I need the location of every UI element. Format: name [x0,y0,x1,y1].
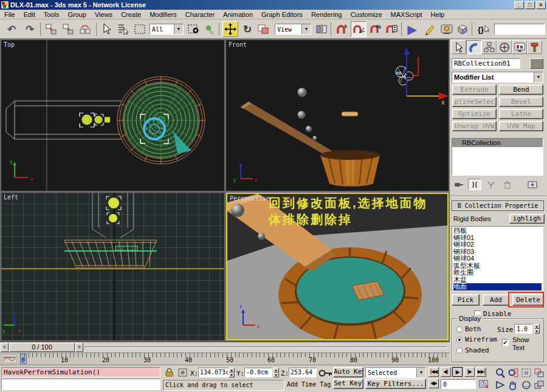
percent-snap-button[interactable]: % [368,21,384,37]
track-bar[interactable]: 0 10 20 30 40 50 60 70 80 90 100 [0,352,450,365]
viewport-front[interactable]: Front [226,40,449,191]
restore-button[interactable]: □ [525,1,535,9]
steel-ball-large[interactable] [231,204,244,217]
rbcollection-helper-gizmo[interactable]: RB [396,66,413,85]
splineselect-button[interactable]: plineSelec [452,97,497,107]
bind-spacewarp-icon[interactable] [77,21,93,37]
field-of-view-icon[interactable] [494,379,507,391]
render-scene-icon[interactable] [439,21,455,37]
time-forward-arrow[interactable]: > [75,343,83,352]
list-item[interactable]: 挡板 [453,227,542,235]
z-coord-field[interactable]: 253.64 [289,368,317,377]
barrel-wireframe-left[interactable] [64,240,157,268]
tab-motion[interactable] [497,40,512,54]
auto-key-button[interactable]: Auto Key [333,367,363,377]
rigid-body-list[interactable]: 挡板 钢球01 钢球02 钢球03 钢球04 弧型木板 救生圈 木盆 地面 [452,226,543,291]
time-configuration-button[interactable] [479,379,489,390]
key-filters-button[interactable]: Key Filters... [365,379,426,389]
configure-modifier-sets-icon[interactable] [526,179,539,190]
list-item[interactable]: 钢球04 [453,255,542,263]
go-to-end-button[interactable]: ▶▶| [476,367,486,377]
pick-button[interactable]: Pick [452,294,480,306]
radio-shaded[interactable] [456,348,463,354]
named-selection-input[interactable] [494,24,545,35]
select-rotate-button[interactable]: ↻ [239,21,255,37]
maxscript-macro-line[interactable] [1,367,160,377]
unlink-icon[interactable] [60,21,76,37]
play-button[interactable]: ▶ [452,367,463,377]
menu-customize[interactable]: Customize [346,10,387,19]
modifier-list-dropdown[interactable]: Modifier List ▼ [452,72,543,83]
mirror-button[interactable] [314,21,329,37]
snap-toggle-3d-button[interactable]: 3 [334,21,349,37]
y-spinner[interactable] [274,368,279,377]
arc-rotate-icon[interactable] [520,379,533,391]
tab-display[interactable] [512,40,527,54]
window-crossing-button[interactable] [186,21,202,37]
tab-create[interactable] [451,40,466,54]
lathe-button[interactable]: Lathe [499,109,543,119]
steel-ball-small[interactable] [258,233,265,240]
menu-edit[interactable]: Edit [19,10,40,19]
selection-region-button[interactable] [132,21,148,37]
menu-help[interactable]: Help [427,10,449,19]
remove-modifier-icon[interactable] [501,179,514,190]
menu-file[interactable]: File [0,10,19,19]
rollout-rbcollection-properties[interactable]: B Collection Propertie [452,201,544,211]
time-back-arrow[interactable]: < [1,343,9,352]
optimize-button[interactable]: Optimize [452,109,497,119]
select-object-button[interactable] [99,21,115,37]
tab-utilities[interactable] [527,40,542,54]
viewport-perspective[interactable]: Perspective 回到修改面板,选择地面物 体排除删除掉 [226,193,449,340]
show-end-result-icon[interactable] [468,179,481,190]
show-text-checkbox[interactable]: ✓ [502,339,509,346]
tab-modify[interactable] [466,40,481,54]
current-frame-field[interactable] [441,379,476,389]
menu-create[interactable]: Create [117,10,145,19]
radio-both[interactable] [456,326,463,332]
time-slider-handle[interactable]: 0 / 100 [9,343,75,352]
selection-filter-dropdown[interactable]: All ▼ [150,24,184,35]
ramp-plank[interactable] [241,101,335,157]
set-key-button[interactable]: Set Key [333,379,363,389]
menu-character[interactable]: Character [181,10,219,19]
add-button[interactable]: Add [483,294,509,306]
menu-views[interactable]: Views [91,10,117,19]
minimize-button[interactable]: _ [514,1,524,9]
viewport-left[interactable]: Left [1,193,224,340]
coord-system-dropdown[interactable]: View ▼ [275,24,311,35]
go-to-start-button[interactable]: |◀◀ [428,367,439,377]
object-color-swatch[interactable] [530,58,543,69]
tab-hierarchy[interactable] [481,40,497,54]
undo-button[interactable]: ↶ [4,21,19,37]
list-item[interactable]: 救生圈 [453,269,542,277]
menu-tools[interactable]: Tools [40,10,64,19]
manipulate-button[interactable] [202,21,218,37]
angle-snap-button[interactable] [351,21,366,37]
x-coord-field[interactable]: 134.073cm [198,368,229,377]
y-coord-field[interactable]: -0.0cm [244,368,272,377]
menu-animation[interactable]: Animation [219,10,257,19]
highlight-button[interactable]: ighligh [509,214,545,224]
unwrap-uvw-button[interactable]: Unwrap UVW [452,121,497,131]
pin-stack-icon[interactable] [452,179,465,190]
menu-graph-editors[interactable]: Graph Editors [257,10,307,19]
zoom-extents-icon[interactable] [520,366,533,379]
selection-lock-icon[interactable] [165,368,174,378]
pan-icon[interactable] [507,379,520,391]
menu-maxscript[interactable]: MAXScript [387,10,427,19]
time-slider-track[interactable] [85,346,447,348]
steel-balls-left[interactable] [106,196,121,224]
named-selection-button[interactable]: {} [475,21,493,37]
object-name-field[interactable] [452,58,520,69]
stack-item-rbcollection[interactable]: RBCollection [452,139,543,147]
radio-wireframe[interactable] [456,337,463,343]
key-mode-toggle[interactable]: ◀▶ [428,379,439,388]
menu-rendering[interactable]: Rendering [307,10,346,19]
size-spinner[interactable] [534,324,540,334]
link-icon[interactable] [43,21,59,37]
select-scale-button[interactable] [255,21,271,37]
redo-button[interactable]: ↷ [22,21,38,37]
select-move-button[interactable] [222,21,238,37]
x-spinner[interactable] [229,368,235,377]
